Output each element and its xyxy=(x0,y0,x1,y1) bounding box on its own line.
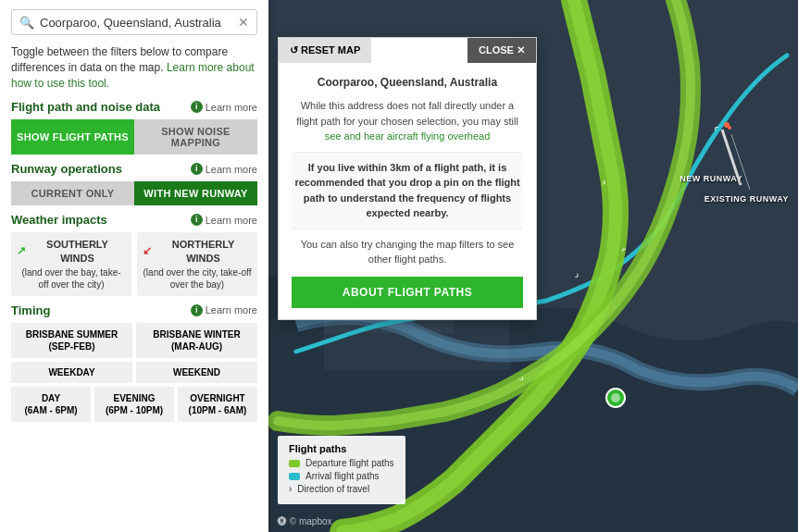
search-icon: 🔍 xyxy=(19,16,34,30)
southerly-label: SOUTHERLY WINDS xyxy=(29,238,126,265)
season-row: BRISBANE SUMMER (Sep-Feb) BRISBANE WINTE… xyxy=(11,323,257,358)
current-only-button[interactable]: CURRENT ONLY xyxy=(11,181,134,205)
weather-buttons-row: ↗ SOUTHERLY WINDS (land over the bay, ta… xyxy=(11,232,257,296)
show-flight-paths-button[interactable]: SHOW FLIGHT PATHS xyxy=(11,119,134,155)
toggle-description: Toggle between the filters below to comp… xyxy=(11,44,257,91)
mapbox-credit: 🅜 © mapbox xyxy=(278,516,332,526)
legend-departure: Departure flight paths xyxy=(289,458,394,468)
search-bar[interactable]: 🔍 ✕ xyxy=(11,9,257,35)
info-icon-4: i xyxy=(191,304,203,316)
modal-body: Coorparoo, Queensland, Australia While t… xyxy=(279,63,536,319)
runway-ops-title: Runway operations xyxy=(11,162,122,176)
timing-title: Timing xyxy=(11,303,50,317)
map-legend: Flight paths Departure flight paths Arri… xyxy=(278,436,405,504)
clear-icon[interactable]: ✕ xyxy=(238,15,249,30)
weather-section-header: Weather impacts i Learn more xyxy=(11,213,257,227)
southerly-wind-icon: ↗ xyxy=(17,244,26,259)
timing-grid: BRISBANE SUMMER (Sep-Feb) BRISBANE WINTE… xyxy=(11,323,257,422)
with-new-runway-button[interactable]: WITH NEW RUNWAY xyxy=(134,181,257,205)
overnight-button[interactable]: OVERNIGHT (10pm - 6am) xyxy=(178,387,257,422)
info-icon: i xyxy=(191,101,203,113)
weekend-button[interactable]: WEEKEND xyxy=(136,362,257,383)
search-input[interactable] xyxy=(40,16,238,30)
legend-title: Flight paths xyxy=(289,443,394,454)
info-icon-2: i xyxy=(191,163,203,175)
runway-ops-button-group: CURRENT ONLY WITH NEW RUNWAY xyxy=(11,181,257,205)
weather-learn-more[interactable]: i Learn more xyxy=(191,214,257,226)
new-runway-label: NEW RUNWAY xyxy=(680,174,742,183)
southerly-desc: (land over the bay, take-off over the ci… xyxy=(17,266,126,291)
info-modal: ↺ RESET MAP CLOSE ✕ Coorparoo, Queenslan… xyxy=(278,37,537,320)
close-modal-button[interactable]: CLOSE ✕ xyxy=(468,38,536,63)
show-noise-mapping-button[interactable]: SHOW NOISE MAPPING xyxy=(134,119,257,155)
day-button[interactable]: DAY (6am - 6pm) xyxy=(11,387,91,422)
brisbane-winter-button[interactable]: BRISBANE WINTER (Mar-Aug) xyxy=(136,323,257,358)
flight-path-section-header: Flight path and noise data i Learn more xyxy=(11,100,257,114)
flight-path-learn-more[interactable]: i Learn more xyxy=(191,101,257,113)
arrival-color-swatch xyxy=(289,473,300,480)
modal-link[interactable]: see and hear aircraft flying overhead xyxy=(325,130,491,142)
modal-header: ↺ RESET MAP CLOSE ✕ xyxy=(279,38,536,63)
modal-text-1: While this address does not fall directl… xyxy=(292,98,523,144)
modal-text-3: You can also try changing the map filter… xyxy=(292,237,523,267)
northerly-label: NORTHERLY WINDS xyxy=(155,238,252,265)
existing-runway-label: EXISTING RUNWAY xyxy=(704,194,789,204)
time-of-day-row: DAY (6am - 6pm) EVENING (6pm - 10pm) OVE… xyxy=(11,387,257,422)
timing-section-header: Timing i Learn more xyxy=(11,303,257,317)
legend-arrival: Arrival flight paths xyxy=(289,471,394,481)
weekday-button[interactable]: WEEKDAY xyxy=(11,362,132,383)
reset-map-button[interactable]: ↺ RESET MAP xyxy=(279,38,371,63)
departure-color-swatch xyxy=(289,460,300,467)
about-flight-paths-button[interactable]: ABOUT FLIGHT PATHS xyxy=(292,277,523,308)
southerly-winds-button[interactable]: ↗ SOUTHERLY WINDS (land over the bay, ta… xyxy=(11,232,131,296)
modal-highlight: If you live within 3km of a flight path,… xyxy=(292,152,523,229)
map-area[interactable]: › › › ‹ ‹ BRISBANE NEW RUNWAY EXISTING R… xyxy=(268,0,798,532)
legend-direction: › Direction of travel xyxy=(289,484,394,494)
left-panel: 🔍 ✕ Toggle between the filters below to … xyxy=(0,0,268,532)
weekday-row: WEEKDAY WEEKEND xyxy=(11,362,257,383)
info-icon-3: i xyxy=(191,214,203,226)
northerly-desc: (land over the city, take-off over the b… xyxy=(143,266,252,291)
svg-point-16 xyxy=(611,393,620,402)
brisbane-summer-button[interactable]: BRISBANE SUMMER (Sep-Feb) xyxy=(11,323,132,358)
modal-location: Coorparoo, Queensland, Australia xyxy=(292,74,523,91)
svg-point-14 xyxy=(728,126,731,130)
runway-ops-learn-more[interactable]: i Learn more xyxy=(191,163,257,175)
northerly-wind-icon: ↙ xyxy=(143,244,152,259)
northerly-winds-button[interactable]: ↙ NORTHERLY WINDS (land over the city, t… xyxy=(137,232,257,296)
flight-path-title: Flight path and noise data xyxy=(11,100,160,114)
weather-title: Weather impacts xyxy=(11,213,107,227)
flight-path-button-group: SHOW FLIGHT PATHS SHOW NOISE MAPPING xyxy=(11,119,257,155)
direction-arrow-icon: › xyxy=(289,484,292,494)
evening-button[interactable]: EVENING (6pm - 10pm) xyxy=(94,387,174,422)
runway-ops-section-header: Runway operations i Learn more xyxy=(11,162,257,176)
timing-learn-more[interactable]: i Learn more xyxy=(191,304,257,316)
